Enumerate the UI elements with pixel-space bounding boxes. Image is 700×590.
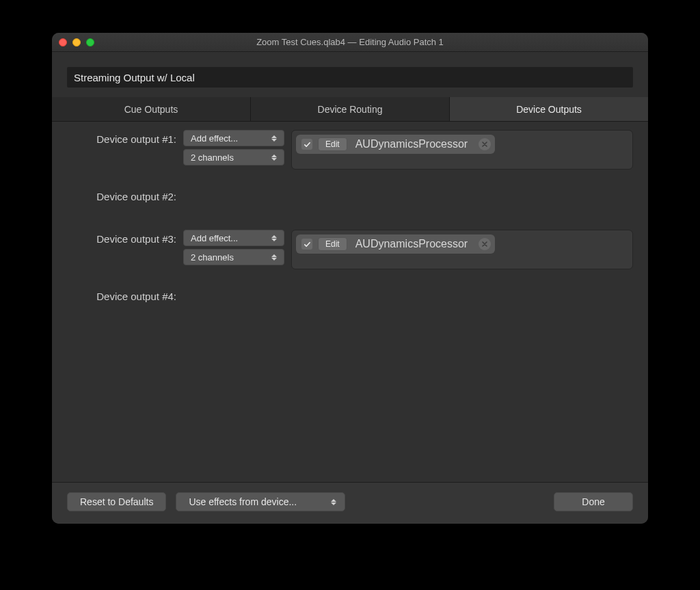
device-output-label: Device output #4: (67, 287, 183, 302)
use-effects-from-device-popup[interactable]: Use effects from device... (176, 492, 345, 511)
content: Cue Outputs Device Routing Device Output… (52, 52, 648, 524)
device-output-row: Device output #3: Add effect... 2 channe… (67, 230, 633, 269)
device-output-row: Device output #4: (67, 287, 633, 306)
use-effects-label: Use effects from device... (189, 496, 297, 507)
channels-label: 2 channels (191, 252, 234, 263)
remove-effect-icon[interactable] (479, 238, 491, 250)
output-controls: Add effect... 2 channels (183, 130, 284, 165)
window-title: Zoom Test Cues.qlab4 — Editing Audio Pat… (52, 37, 648, 47)
device-output-label: Device output #2: (67, 187, 183, 202)
channel-count-popup[interactable]: 2 channels (183, 149, 284, 165)
device-output-row: Device output #1: Add effect... 2 channe… (67, 130, 633, 170)
add-effect-popup[interactable]: Add effect... (183, 130, 284, 146)
done-button[interactable]: Done (554, 492, 633, 511)
stepper-icon (271, 232, 280, 243)
tab-device-outputs[interactable]: Device Outputs (450, 97, 648, 121)
device-output-label: Device output #3: (67, 230, 183, 245)
device-output-row: Device output #2: (67, 187, 633, 206)
effect-name: AUDynamicsProcessor (353, 138, 470, 150)
stepper-icon (271, 252, 280, 263)
minimize-icon[interactable] (72, 38, 81, 46)
effect-chip: Edit AUDynamicsProcessor (296, 234, 495, 254)
add-effect-label: Add effect... (191, 133, 238, 144)
stepper-icon (331, 496, 339, 507)
effect-chain: Edit AUDynamicsProcessor (291, 230, 633, 269)
editor-window: Zoom Test Cues.qlab4 — Editing Audio Pat… (52, 33, 648, 524)
tab-device-routing[interactable]: Device Routing (251, 97, 450, 121)
device-outputs-panel: Device output #1: Add effect... 2 channe… (52, 122, 648, 482)
add-effect-popup[interactable]: Add effect... (183, 230, 284, 246)
effect-enabled-checkbox[interactable] (301, 139, 312, 150)
channel-count-popup[interactable]: 2 channels (183, 249, 284, 265)
add-effect-label: Add effect... (191, 233, 238, 243)
effect-edit-button[interactable]: Edit (318, 137, 347, 151)
device-output-label: Device output #1: (67, 130, 183, 145)
effect-edit-button[interactable]: Edit (318, 237, 347, 251)
tab-cue-outputs[interactable]: Cue Outputs (52, 97, 251, 121)
close-icon[interactable] (59, 38, 67, 46)
footer: Reset to Defaults Use effects from devic… (52, 482, 648, 524)
effect-enabled-checkbox[interactable] (301, 239, 312, 250)
stepper-icon (271, 152, 280, 163)
window-controls (59, 38, 94, 46)
channels-label: 2 channels (191, 152, 234, 163)
effect-chain: Edit AUDynamicsProcessor (291, 130, 633, 170)
zoom-icon[interactable] (86, 38, 94, 46)
remove-effect-icon[interactable] (479, 138, 491, 150)
patch-name-input[interactable] (67, 67, 633, 88)
titlebar: Zoom Test Cues.qlab4 — Editing Audio Pat… (52, 33, 648, 52)
output-controls: Add effect... 2 channels (183, 230, 284, 265)
effect-name: AUDynamicsProcessor (353, 238, 470, 250)
effect-chip: Edit AUDynamicsProcessor (296, 135, 495, 154)
reset-to-defaults-button[interactable]: Reset to Defaults (67, 492, 166, 511)
stepper-icon (271, 133, 280, 144)
tabs: Cue Outputs Device Routing Device Output… (52, 97, 648, 122)
